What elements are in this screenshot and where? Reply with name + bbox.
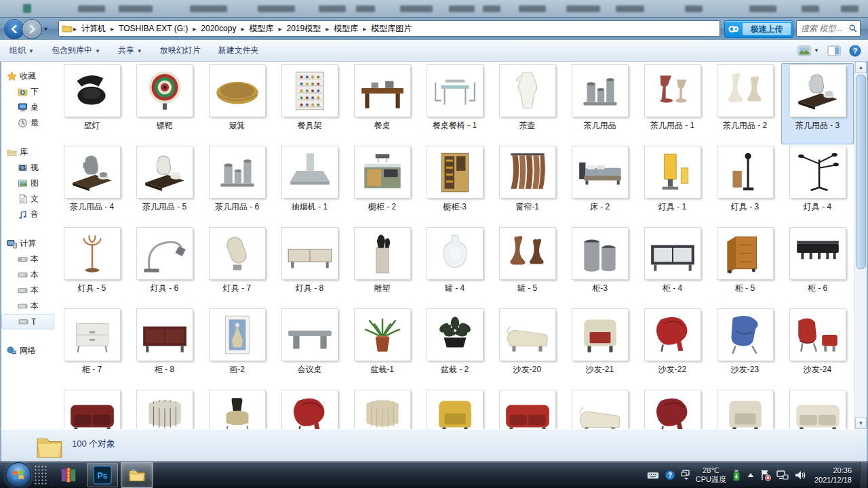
sidebar-item[interactable]: 图 <box>1 176 54 191</box>
file-item[interactable]: 窗帘-1 <box>491 144 564 226</box>
network-icon[interactable] <box>776 470 789 481</box>
file-item[interactable]: 餐桌餐椅 - 1 <box>418 63 491 144</box>
sidebar-item[interactable]: 文 <box>1 191 54 207</box>
file-item[interactable] <box>709 388 781 429</box>
sidebar-group-network[interactable]: 网络 <box>1 343 54 359</box>
sidebar-item[interactable]: 本 <box>1 267 54 283</box>
file-item[interactable]: 抽烟机 - 1 <box>273 144 346 226</box>
file-item[interactable]: 画-2 <box>201 307 273 388</box>
file-item[interactable]: 茶壶 <box>491 63 564 144</box>
sidebar-item[interactable]: 桌 <box>1 100 54 115</box>
scroll-up-button[interactable]: ▲ <box>855 62 867 73</box>
file-item[interactable]: 灯具 - 1 <box>636 144 709 226</box>
file-item[interactable]: 雕塑 <box>346 226 418 307</box>
file-item[interactable]: 柜 - 6 <box>781 226 854 307</box>
file-item[interactable]: 灯具 - 8 <box>273 226 346 307</box>
file-item[interactable]: 茶几用品 - 5 <box>128 144 201 226</box>
breadcrumb-arrow-icon[interactable]: ▸ <box>277 25 282 33</box>
vertical-scrollbar[interactable]: ▲ ▼ <box>854 62 867 429</box>
toolbar-button[interactable]: 包含到库中▼ <box>52 45 100 56</box>
file-item[interactable]: 柜 - 4 <box>636 226 709 307</box>
baidu-netdisk-upload-button[interactable]: 极速上传 <box>724 20 793 38</box>
breadcrumb-item[interactable]: 计算机 <box>77 22 110 36</box>
sidebar-item[interactable]: 本 <box>1 298 54 314</box>
file-item[interactable] <box>491 388 564 429</box>
file-item[interactable]: 镖靶 <box>128 63 201 144</box>
breadcrumb-item[interactable]: 模型库图片 <box>367 22 416 36</box>
breadcrumb-item[interactable]: 2019模型 <box>282 22 325 36</box>
toolbar-button[interactable]: 放映幻灯片 <box>160 45 201 56</box>
taskbar-explorer-button[interactable] <box>121 462 153 488</box>
file-item[interactable] <box>781 388 854 429</box>
sidebar-item[interactable]: 音 <box>1 207 54 222</box>
breadcrumb-arrow-icon[interactable]: ▸ <box>325 25 330 33</box>
file-item[interactable]: 灯具 - 5 <box>56 226 128 307</box>
file-item[interactable]: 灯具 - 7 <box>201 226 273 307</box>
scrollbar-thumb[interactable] <box>856 75 866 269</box>
taskbar-winrar-icon[interactable] <box>53 463 84 487</box>
file-item[interactable]: 簸箕 <box>201 63 273 144</box>
file-item[interactable] <box>273 388 346 429</box>
breadcrumb-item[interactable]: 模型库 <box>245 22 277 36</box>
file-item[interactable]: 沙发-23 <box>709 307 781 388</box>
file-item[interactable]: 柜 - 5 <box>709 226 781 307</box>
file-item[interactable]: 橱柜-3 <box>418 144 491 226</box>
file-item[interactable]: 罐 - 5 <box>491 226 564 307</box>
history-dropdown-icon[interactable]: ▼ <box>43 26 49 33</box>
file-item[interactable] <box>418 388 491 429</box>
sidebar-item[interactable]: 视 <box>1 160 54 176</box>
breadcrumb-arrow-icon[interactable]: ▸ <box>110 25 115 33</box>
file-item[interactable]: 沙发-22 <box>636 307 709 388</box>
file-item[interactable]: 盆栽 - 2 <box>418 307 491 388</box>
breadcrumb-arrow-icon[interactable]: ▸ <box>240 25 245 33</box>
file-item[interactable] <box>201 388 273 429</box>
breadcrumb-item[interactable]: 2020copy <box>197 22 240 35</box>
sidebar-item[interactable]: 下 <box>1 84 54 100</box>
file-item[interactable]: 沙发-21 <box>564 307 636 388</box>
keyboard-icon[interactable] <box>647 470 659 480</box>
file-item[interactable] <box>346 388 418 429</box>
sidebar-group-library[interactable]: 库 <box>1 144 54 160</box>
sidebar-item[interactable]: T <box>1 314 54 329</box>
show-desktop-button[interactable] <box>860 462 867 488</box>
forward-button[interactable] <box>22 19 42 39</box>
file-item[interactable]: 灯具 - 3 <box>709 144 781 226</box>
file-item[interactable]: 茶几用品 - 2 <box>709 63 781 144</box>
file-item[interactable]: 沙发-20 <box>491 307 564 388</box>
sidebar-group-computer[interactable]: 计算 <box>1 236 54 251</box>
sidebar-item[interactable]: 本 <box>1 283 54 298</box>
file-item[interactable]: 灯具 - 4 <box>781 144 854 226</box>
search-input[interactable] <box>797 24 846 33</box>
file-item[interactable] <box>564 388 636 429</box>
file-item[interactable]: 柜 - 8 <box>128 307 201 388</box>
file-item[interactable] <box>636 388 709 429</box>
sidebar-item[interactable]: 本 <box>1 251 54 267</box>
file-item[interactable]: 柜-3 <box>564 226 636 307</box>
scroll-down-button[interactable]: ▼ <box>855 418 867 429</box>
file-item[interactable]: 餐桌 <box>346 63 418 144</box>
show-hidden-icons-button[interactable] <box>747 472 755 479</box>
taskbar-clock[interactable]: 20:36 2021/12/18 <box>814 466 852 485</box>
file-item[interactable] <box>56 388 128 429</box>
file-item[interactable]: 茶几用品 <box>564 63 636 144</box>
file-item[interactable]: 壁灯 <box>56 63 128 144</box>
breadcrumb-arrow-icon[interactable]: ▸ <box>73 25 77 33</box>
file-item[interactable]: 罐 - 4 <box>418 226 491 307</box>
file-item[interactable]: 茶几用品 - 6 <box>201 144 273 226</box>
breadcrumb-arrow-icon[interactable]: ▸ <box>192 25 197 33</box>
usb-device-icon[interactable] <box>732 469 741 481</box>
toolbar-button[interactable]: 共享▼ <box>118 45 142 56</box>
file-item[interactable]: 餐具架 <box>273 63 346 144</box>
help-tray-icon[interactable]: ? <box>665 470 675 481</box>
search-icon[interactable] <box>846 24 860 33</box>
toolbar-button[interactable]: 组织▼ <box>9 45 34 56</box>
toolbar-button[interactable]: 新建文件夹 <box>218 45 259 56</box>
file-item[interactable]: 沙发-24 <box>781 307 854 388</box>
preview-pane-button[interactable] <box>827 45 841 56</box>
sidebar-group-star[interactable]: 收藏 <box>1 68 54 84</box>
breadcrumb-arrow-icon[interactable]: ▸ <box>362 25 367 33</box>
file-item[interactable]: 会议桌 <box>273 307 346 388</box>
sidebar-item[interactable]: 最 <box>1 115 54 131</box>
file-item[interactable]: 茶几用品 - 4 <box>56 144 128 226</box>
action-center-flag-icon[interactable] <box>760 469 771 481</box>
